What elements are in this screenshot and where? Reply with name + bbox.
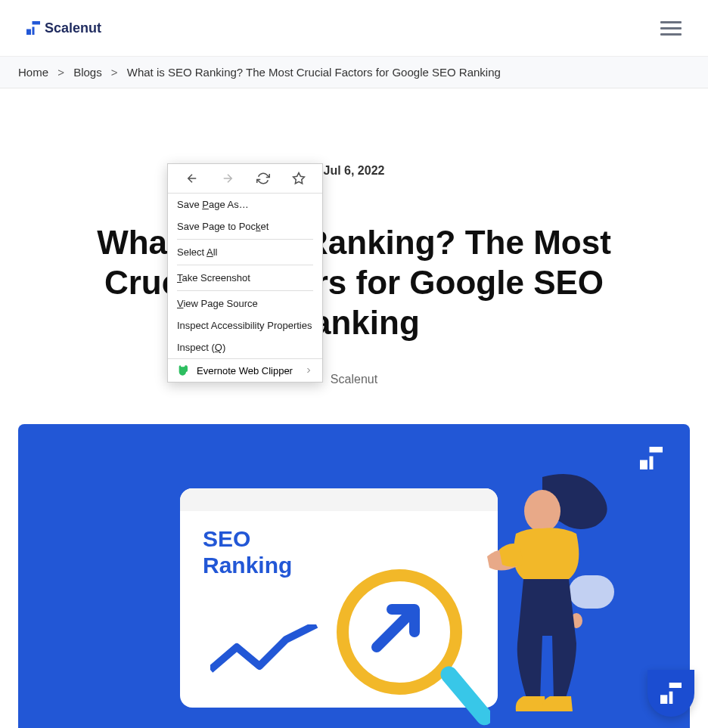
svg-rect-13 bbox=[669, 683, 682, 688]
evernote-icon bbox=[177, 364, 189, 376]
scalenut-logo-icon bbox=[26, 21, 40, 35]
context-menu-evernote[interactable]: Evernote Web Clipper bbox=[168, 358, 322, 382]
context-menu-inspect-a11y[interactable]: Inspect Accessibility Properties bbox=[168, 314, 322, 336]
breadcrumb-separator: > bbox=[57, 66, 64, 79]
magnifier-icon bbox=[331, 564, 490, 728]
article-date: Jul 6, 2022 bbox=[18, 164, 690, 178]
context-menu-select-all[interactable]: Select All bbox=[168, 241, 322, 263]
article-title: What is SEO Ranking? The Most Crucial Fa… bbox=[18, 223, 690, 342]
chevron-right-icon bbox=[304, 366, 313, 375]
svg-rect-2 bbox=[33, 27, 35, 36]
svg-rect-0 bbox=[26, 29, 31, 36]
breadcrumb-blogs[interactable]: Blogs bbox=[73, 66, 102, 79]
svg-marker-11 bbox=[293, 173, 304, 184]
breadcrumb-separator: > bbox=[111, 66, 118, 79]
hero-brand-icon bbox=[640, 447, 663, 469]
hamburger-menu-button[interactable] bbox=[660, 17, 682, 39]
hero-image: SEO Ranking bbox=[18, 424, 690, 728]
scalenut-badge-icon bbox=[660, 683, 682, 704]
hero-card: SEO Ranking bbox=[180, 488, 498, 708]
person-illustration bbox=[470, 469, 614, 726]
breadcrumb-current: What is SEO Ranking? The Most Crucial Fa… bbox=[127, 66, 501, 79]
svg-rect-3 bbox=[640, 460, 647, 470]
floating-help-button[interactable] bbox=[647, 670, 694, 717]
browser-context-menu: Save Page As… Save Page to Pocket Select… bbox=[167, 163, 323, 383]
context-menu-save-as[interactable]: Save Page As… bbox=[168, 194, 322, 215]
site-header: Scalenut bbox=[0, 0, 708, 57]
nav-bookmark-icon[interactable] bbox=[292, 172, 306, 185]
nav-reload-icon[interactable] bbox=[256, 172, 270, 185]
svg-point-6 bbox=[343, 575, 456, 689]
svg-rect-1 bbox=[33, 21, 41, 25]
context-menu-nav bbox=[168, 164, 322, 194]
brand-logo[interactable]: Scalenut bbox=[26, 20, 101, 36]
context-menu-save-pocket[interactable]: Save Page to Pocket bbox=[168, 215, 322, 237]
svg-rect-4 bbox=[650, 447, 663, 453]
context-menu-screenshot[interactable]: Take Screenshot bbox=[168, 267, 322, 289]
brand-name: Scalenut bbox=[45, 20, 101, 36]
nav-back-icon[interactable] bbox=[185, 172, 199, 185]
svg-rect-12 bbox=[660, 695, 667, 704]
context-menu-inspect[interactable]: Inspect (Q) bbox=[168, 336, 322, 358]
svg-rect-5 bbox=[650, 457, 654, 470]
article-content: Jul 6, 2022 What is SEO Ranking? The Mos… bbox=[0, 88, 708, 386]
nav-forward-icon[interactable] bbox=[221, 172, 234, 185]
article-author: Scalenut bbox=[18, 373, 690, 386]
breadcrumb: Home > Blogs > What is SEO Ranking? The … bbox=[0, 57, 708, 88]
chart-line-icon bbox=[210, 624, 331, 685]
breadcrumb-home[interactable]: Home bbox=[18, 66, 48, 79]
svg-rect-14 bbox=[669, 692, 673, 704]
context-menu-view-source[interactable]: View Page Source bbox=[168, 293, 322, 314]
svg-point-8 bbox=[524, 490, 560, 532]
svg-rect-9 bbox=[569, 575, 614, 609]
